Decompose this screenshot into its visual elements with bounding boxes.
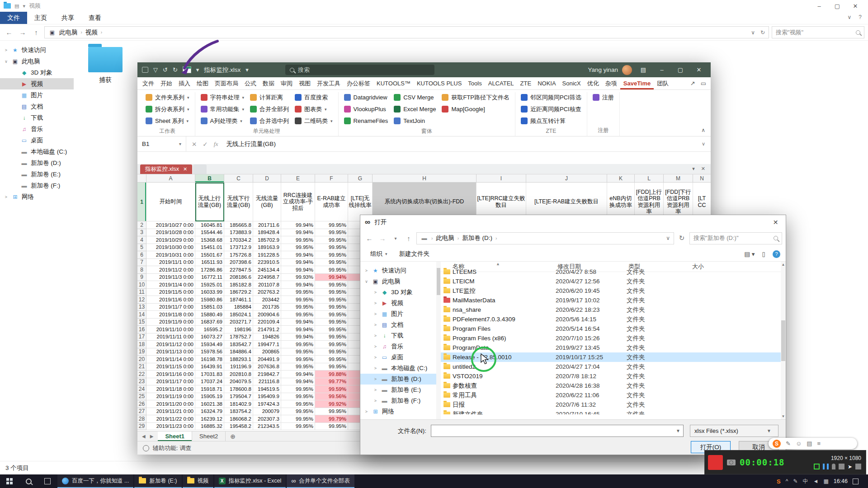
grid-cell[interactable]: 204079.5 xyxy=(224,378,253,386)
grid-cell[interactable]: 99.95% xyxy=(315,236,348,244)
save-icon[interactable] xyxy=(142,67,148,73)
grid-cell[interactable]: 15925.01 xyxy=(195,281,224,289)
monitor-icon[interactable] xyxy=(814,464,820,469)
grid-cell[interactable]: 15978.56 xyxy=(195,348,224,356)
grid-cell[interactable]: 173712.9 xyxy=(224,244,253,252)
grid-cell[interactable]: 191196.9 xyxy=(224,363,253,371)
grid-cell[interactable]: 99.94% xyxy=(281,266,315,274)
grid-cell[interactable]: 15905.19 xyxy=(195,393,224,401)
grid-cell[interactable]: 99.94% xyxy=(281,333,315,341)
row-header[interactable]: 4 xyxy=(137,236,146,244)
filename-combo[interactable]: ▼ xyxy=(431,425,684,437)
file-row[interactable]: 参数核查2020/4/28 16:38文件夹 xyxy=(441,381,786,390)
ribbon-options-icon[interactable]: ▤ xyxy=(636,66,651,73)
ribbon-tab[interactable]: Tools xyxy=(465,78,485,89)
grid-cell[interactable]: 99.95% xyxy=(315,221,348,229)
add-sheet-icon[interactable]: ⊕ xyxy=(226,432,240,441)
grid-cell[interactable]: 99.94% xyxy=(281,221,315,229)
file-row[interactable]: 新建文件夹2020/7/10 16:45文件夹 xyxy=(441,409,786,414)
ribbon-button[interactable]: 合并全部列 xyxy=(248,104,291,114)
grid-cell[interactable]: 99.94% xyxy=(281,251,315,259)
ribbon-button[interactable]: 近距离同频PCI核查 xyxy=(519,104,584,114)
grid-cell[interactable]: 201107.8 xyxy=(253,281,281,289)
sogou-tray-icon[interactable]: S xyxy=(777,478,781,485)
grid-cell[interactable]: 187461.1 xyxy=(224,296,253,304)
grid-cell[interactable]: 16073.27 xyxy=(195,333,224,341)
forward-icon[interactable]: → xyxy=(17,28,28,36)
ribbon-tab[interactable]: 公式 xyxy=(241,78,259,89)
excel-maximize-button[interactable]: ▢ xyxy=(673,66,688,73)
grid-cell[interactable]: 219842.7 xyxy=(253,371,281,378)
ribbon-collapse-icon[interactable]: ∧ xyxy=(701,127,705,133)
grid-cell[interactable]: 200865 xyxy=(253,348,281,356)
taskbar-search-button[interactable] xyxy=(19,474,38,488)
explorer-minimize-button[interactable]: – xyxy=(810,3,828,9)
grid-cell[interactable]: 2019/11/16 0:00 xyxy=(146,371,195,378)
file-row[interactable]: PDFelement7.0.3.43092020/5/6 14:15文件夹 xyxy=(441,314,786,324)
grid-cell[interactable]: 99.94% xyxy=(281,326,315,333)
grid-cell[interactable]: 99.92% xyxy=(315,400,348,408)
tree-item-documents[interactable]: >▤文档 xyxy=(360,319,436,330)
action-center-icon[interactable] xyxy=(853,479,859,484)
row-header[interactable]: 25 xyxy=(137,393,146,401)
grid-cell[interactable]: 2019/11/21 0:00 xyxy=(146,408,195,416)
grid-cell[interactable]: 197424.3 xyxy=(253,400,281,408)
grid-cell[interactable]: 223910.5 xyxy=(253,259,281,267)
tree-item-videos[interactable]: >▶视频 xyxy=(360,298,436,309)
grid-cell[interactable]: 2019/11/3 0:00 xyxy=(146,274,195,282)
ribbon-button[interactable]: Datagridview xyxy=(342,92,391,103)
ribbon-tab[interactable]: 插入 xyxy=(175,78,193,89)
grid-cell[interactable]: 无线下行流量(GB) xyxy=(224,183,253,221)
grid-cell[interactable]: 203271.7 xyxy=(224,319,253,326)
grid-cell[interactable]: 185024.1 xyxy=(224,311,253,319)
grid-cell[interactable]: 2019/11/17 0:00 xyxy=(146,378,195,386)
grid-cell[interactable]: 2019/11/2 0:00 xyxy=(146,266,195,274)
tree-item-volume-f[interactable]: >▬新加卷 (F:) xyxy=(360,395,436,406)
ribbon-button[interactable]: TextJoin xyxy=(392,116,438,126)
menu-view[interactable]: 查看 xyxy=(81,12,108,24)
dialog-breadcrumb[interactable]: ▬ › 此电脑 › 新加卷 (D:) › ∨ xyxy=(416,232,674,244)
grid-cell[interactable]: 99.95% xyxy=(315,304,348,311)
tree-item-downloads[interactable]: >↓下载 xyxy=(360,330,436,341)
ribbon-tab[interactable]: 视图 xyxy=(296,78,314,89)
grid-cell[interactable]: 17031.83 xyxy=(195,371,224,378)
row-header[interactable]: 24 xyxy=(137,385,146,393)
grid-cell[interactable]: 186729.2 xyxy=(224,289,253,296)
sidebar-item-volume-d[interactable]: ▬新加卷 (D:) xyxy=(0,157,74,169)
column-header[interactable]: F xyxy=(315,174,348,183)
grid-cell[interactable]: 16045.81 xyxy=(195,221,224,229)
grid-cell[interactable]: 212343.5 xyxy=(253,423,281,431)
row-header[interactable]: 7 xyxy=(137,259,146,267)
grid-cell[interactable]: 99.93% xyxy=(281,274,315,282)
file-row[interactable]: untitled22020/4/27 17:04文件夹 xyxy=(441,362,786,371)
grid-cell[interactable]: 201735 xyxy=(253,304,281,311)
ribbon-button[interactable]: 拆分表系列▾ xyxy=(143,104,192,114)
grid-cell[interactable]: 175726.8 xyxy=(224,251,253,259)
file-row[interactable]: nsa_share2020/6/22 18:23文件夹 xyxy=(441,305,786,314)
file-row[interactable]: 日报2020/7/6 11:32文件夹 xyxy=(441,400,786,409)
sidebar-item-videos[interactable]: ▶视频 xyxy=(0,78,74,89)
row-header[interactable]: 5 xyxy=(137,244,146,252)
tree-item-local-disk-c[interactable]: >▬本地磁盘 (C:) xyxy=(360,363,436,374)
grid-cell[interactable]: 184886.4 xyxy=(224,348,253,356)
file-row[interactable]: LTEICM2020/4/27 12:56文件夹 xyxy=(441,277,786,286)
ribbon-tab[interactable]: 数据 xyxy=(259,78,278,89)
grid-cell[interactable]: 99.95% xyxy=(281,393,315,401)
grid-cell[interactable]: 16885.32 xyxy=(195,423,224,431)
grid-cell[interactable]: 99.95% xyxy=(281,304,315,311)
grid-cell[interactable]: 15918.71 xyxy=(195,385,224,393)
grid-cell[interactable]: 2019/11/9 0:00 xyxy=(146,319,195,326)
column-header[interactable]: A xyxy=(146,174,195,183)
grid-cell[interactable]: 185182.8 xyxy=(224,281,253,289)
column-header[interactable]: J xyxy=(526,174,607,183)
grid-cell[interactable]: 185702.9 xyxy=(253,236,281,244)
column-header[interactable]: I xyxy=(476,174,526,183)
back-icon[interactable]: ← xyxy=(364,235,375,242)
sidebar-item-quick-access[interactable]: >★快速访问 xyxy=(0,44,74,56)
network-icon[interactable]: ▦ xyxy=(823,478,828,484)
sheet-tab-sheet2[interactable]: Sheet2 xyxy=(192,432,226,441)
breadcrumb-folder[interactable]: 视频 xyxy=(85,28,98,37)
taskbar-app[interactable]: 视频 xyxy=(183,474,213,488)
help-question-icon[interactable]: ? xyxy=(859,14,862,22)
grid-cell[interactable]: 207398.6 xyxy=(224,259,253,267)
